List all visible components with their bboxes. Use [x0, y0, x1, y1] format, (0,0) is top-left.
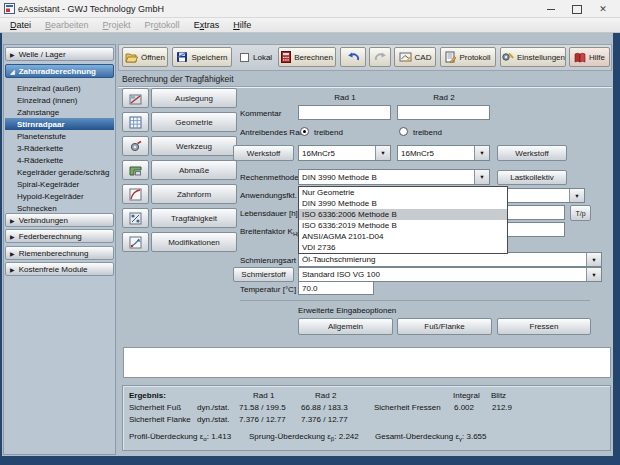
- results-col-rad2: Rad 2: [315, 391, 336, 400]
- sidebar-section-federberechnung[interactable]: ▶Federberechnung: [5, 229, 114, 243]
- sidebar-item-zahnstange[interactable]: Zahnstange: [5, 106, 114, 118]
- module-zahnform-button[interactable]: Zahnform: [151, 184, 237, 204]
- results-col-rad1: Rad 1: [253, 391, 274, 400]
- settings-button[interactable]: Einstellungen: [500, 47, 566, 67]
- module-abmasse-icon-button[interactable]: [122, 160, 149, 180]
- module-werkzeug-icon-button[interactable]: [122, 136, 149, 156]
- sidebar-section-kostenfreie-module[interactable]: ▶Kostenfreie Module: [5, 262, 114, 276]
- werkstoff-rad1-button[interactable]: Werkstoff: [233, 145, 294, 161]
- rechenmethode-select[interactable]: DIN 3990 Methode B▼: [298, 169, 490, 185]
- flanke-rad1-value: 7.376 / 12.77: [239, 415, 286, 424]
- lokal-label: Lokal: [253, 53, 272, 62]
- kommentar-rad1-input[interactable]: [298, 105, 391, 120]
- method-option[interactable]: Nur Geometrie: [299, 187, 507, 198]
- chevron-right-icon: ▶: [10, 250, 15, 257]
- close-icon: ✕: [599, 5, 607, 14]
- lokal-checkbox[interactable]: [240, 53, 249, 62]
- treibend-rad1-radio[interactable]: [300, 127, 309, 136]
- schmierungsart-select[interactable]: Öl-Tauchschmierung▼: [298, 252, 602, 267]
- method-option[interactable]: VDI 2736: [299, 242, 507, 253]
- save-disk-icon: [176, 51, 188, 63]
- open-button[interactable]: Öffnen: [122, 47, 168, 67]
- module-werkzeug-button[interactable]: Werkzeug: [151, 136, 237, 156]
- divider: [240, 300, 590, 301]
- rad2-column-header: Rad 2: [397, 93, 491, 102]
- sidebar-section-welle-lager[interactable]: ▶Welle / Lager: [5, 47, 114, 61]
- erweiterte-eingabeoptionen-label: Erweiterte Eingabeoptionen: [298, 306, 396, 315]
- menu-item-hilfe[interactable]: Hilfe: [226, 18, 258, 33]
- fressen-button[interactable]: Fressen: [497, 318, 591, 335]
- protocol-button[interactable]: Protokoll: [440, 47, 496, 67]
- sidebar-section-riemenberechnung[interactable]: ▶Riemenberechnung: [5, 246, 114, 260]
- temperatur-input[interactable]: [298, 281, 374, 295]
- fuss-flanke-button[interactable]: Fuß/Flanke: [397, 318, 492, 335]
- help-button[interactable]: Hilfe: [569, 47, 610, 67]
- sidebar-item-planetenstufe[interactable]: Planetenstufe: [5, 130, 114, 142]
- sidebar-item-einzelrad-innen[interactable]: Einzelrad (innen): [5, 94, 114, 106]
- flanke-mode: dyn./stat.: [197, 415, 229, 424]
- schmierstoff-button[interactable]: Schmierstoff: [233, 267, 294, 282]
- module-tragfaehigkeit-button[interactable]: Tragfähigkeit: [151, 208, 237, 228]
- help-book-icon: [574, 52, 586, 63]
- geometrie-icon: [129, 116, 142, 129]
- schmierungsart-label: Schmierungsart: [240, 256, 296, 265]
- module-auslegung-button[interactable]: Auslegung: [151, 88, 237, 108]
- sidebar-item-stirnradpaar[interactable]: Stirnradpaar: [5, 118, 114, 130]
- module-modifikationen-icon-button[interactable]: [122, 232, 149, 252]
- undo-button[interactable]: [340, 47, 366, 67]
- sidebar-item-spiral-kegelraeder[interactable]: Spiral-Kegelräder: [5, 178, 114, 190]
- tp-button[interactable]: T/p: [570, 205, 591, 221]
- results-title: Ergebnis:: [129, 391, 166, 400]
- method-option[interactable]: ISO 6336:2019 Methode B: [299, 220, 507, 231]
- treibend-rad2-radio[interactable]: [399, 127, 408, 136]
- module-zahnform-icon-button[interactable]: [122, 184, 149, 204]
- menu-item-datei[interactable]: Datei: [3, 18, 38, 33]
- sicherheit-fuss-label: Sicherheit Fuß: [129, 403, 181, 412]
- module-abmasse-button[interactable]: Abmaße: [151, 160, 237, 180]
- calculate-button[interactable]: Berechnen: [278, 47, 336, 67]
- method-option[interactable]: ANSI/AGMA 2101-D04: [299, 231, 507, 242]
- sidebar-gear-items: Einzelrad (außen) Einzelrad (innen) Zahn…: [5, 82, 114, 214]
- close-button[interactable]: ✕: [590, 0, 616, 18]
- fuss-mode: dyn./stat.: [197, 403, 229, 412]
- kommentar-rad2-input[interactable]: [397, 105, 490, 120]
- maximize-button[interactable]: [564, 0, 590, 18]
- method-option-highlighted[interactable]: ISO 6336:2006 Methode B: [299, 209, 507, 220]
- profil-ueberdeckung: Profil-Überdeckung εα: 1.413: [129, 432, 231, 442]
- werkstoff-rad1-select[interactable]: 16MnCr5▼: [298, 145, 391, 161]
- tragfaehigkeit-icon: [129, 212, 142, 225]
- sidebar-item-kegelraeder[interactable]: Kegelräder gerade/schräg: [5, 166, 114, 178]
- sidebar-item-3-raederkette[interactable]: 3-Räderkette: [5, 142, 114, 154]
- cad-button[interactable]: CAD: [394, 47, 436, 67]
- app-window: eAssistant - GWJ Technology GmbH ✕ Datei…: [0, 0, 620, 465]
- module-tragfaehigkeit-icon-button[interactable]: [122, 208, 149, 228]
- fressen-blitz-value: 212.9: [492, 403, 512, 412]
- minimize-button[interactable]: [538, 0, 564, 18]
- sidebar-item-4-raederkette[interactable]: 4-Räderkette: [5, 154, 114, 166]
- maximize-icon: [572, 5, 582, 14]
- menu-item-projekt: Projekt: [96, 18, 138, 33]
- calculator-icon: [281, 51, 291, 63]
- rechenmethode-dropdown-list: Nur Geometrie DIN 3990 Methode B ISO 633…: [298, 186, 508, 254]
- module-geometrie-icon-button[interactable]: [122, 112, 149, 132]
- werkstoff-rad2-button[interactable]: Werkstoff: [497, 145, 567, 161]
- lastkollektiv-button[interactable]: Lastkollektiv: [497, 170, 567, 185]
- method-option[interactable]: DIN 3990 Methode B: [299, 198, 507, 209]
- sicherheit-fressen-label: Sicherheit Fressen: [374, 403, 441, 412]
- sidebar-item-einzelrad-aussen[interactable]: Einzelrad (außen): [5, 82, 114, 94]
- menu-item-extras[interactable]: Extras: [187, 18, 227, 33]
- save-button[interactable]: Speichern: [172, 47, 232, 67]
- results-col-blitz: Blitz: [491, 391, 506, 400]
- allgemein-button[interactable]: Allgemein: [298, 318, 393, 335]
- sidebar-section-verbindungen[interactable]: ▶Verbindungen: [5, 213, 114, 227]
- chevron-down-icon: ▼: [586, 253, 601, 266]
- module-auslegung-icon-button[interactable]: [122, 88, 149, 108]
- werkstoff-rad2-select[interactable]: 16MnCr5▼: [397, 145, 490, 161]
- module-geometrie-button[interactable]: Geometrie: [151, 112, 237, 132]
- schmierstoff-select[interactable]: Standard ISO VG 100▼: [298, 267, 602, 282]
- sidebar-item-hypoid-kegelraeder[interactable]: Hypoid-Kegelräder: [5, 190, 114, 202]
- sidebar-section-zahnradberechnung[interactable]: ◢Zahnradberechnung: [5, 64, 114, 78]
- chevron-expanded-icon: ◢: [10, 68, 15, 75]
- module-modifikationen-button[interactable]: Modifikationen: [151, 232, 237, 252]
- menu-item-protokoll: Protokoll: [138, 18, 187, 33]
